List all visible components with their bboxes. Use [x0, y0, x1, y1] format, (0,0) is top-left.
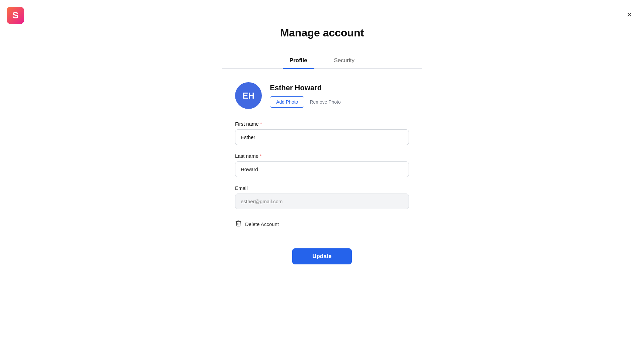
email-field-group: Email [235, 185, 409, 209]
tab-profile[interactable]: Profile [283, 53, 314, 69]
avatar-section: EH Esther Howard Add Photo Remove Photo [235, 82, 409, 109]
update-button[interactable]: Update [292, 248, 352, 264]
delete-account-label: Delete Account [245, 221, 279, 227]
trash-icon [235, 220, 242, 228]
page-container: Manage account Profile Security EH Esthe… [0, 0, 644, 264]
delete-account-row[interactable]: Delete Account [235, 220, 279, 228]
user-name: Esther Howard [270, 84, 341, 92]
first-name-label: First name * [235, 121, 409, 127]
first-name-input[interactable] [235, 129, 409, 145]
last-name-input[interactable] [235, 161, 409, 177]
first-name-field-group: First name * [235, 121, 409, 145]
close-button[interactable]: ✕ [624, 9, 635, 20]
tabs-container: Profile Security [222, 52, 422, 69]
last-name-field-group: Last name * [235, 153, 409, 177]
close-icon: ✕ [627, 11, 632, 19]
email-label: Email [235, 185, 409, 191]
last-name-label: Last name * [235, 153, 409, 159]
last-name-required: * [260, 153, 262, 159]
first-name-required: * [260, 121, 262, 127]
add-photo-button[interactable]: Add Photo [270, 96, 304, 108]
avatar-initials: EH [242, 91, 254, 101]
avatar-info: Esther Howard Add Photo Remove Photo [270, 84, 341, 108]
update-btn-container: Update [235, 248, 409, 264]
page-title: Manage account [280, 27, 364, 39]
tab-security[interactable]: Security [327, 53, 361, 69]
logo-letter: S [12, 10, 19, 21]
remove-photo-button[interactable]: Remove Photo [310, 99, 341, 105]
form-container: EH Esther Howard Add Photo Remove Photo … [235, 82, 409, 264]
app-logo[interactable]: S [7, 7, 24, 24]
avatar-buttons: Add Photo Remove Photo [270, 96, 341, 108]
avatar: EH [235, 82, 262, 109]
email-input [235, 194, 409, 209]
